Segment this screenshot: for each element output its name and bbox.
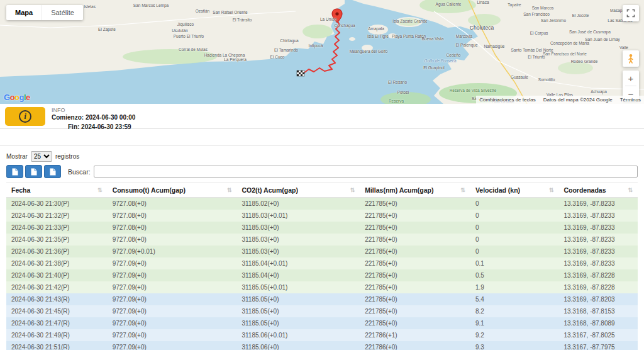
- column-header-label: Consumo(t) Acum(gap): [113, 186, 186, 194]
- cell-co2: 31185.06(+0): [236, 341, 360, 350]
- cell-co2: 31185.05(+0): [236, 317, 360, 329]
- cell-coordenadas[interactable]: 13.3168, -87.8089: [558, 317, 638, 329]
- map-type-control: Mapa Satélite: [6, 5, 83, 20]
- export-pdf-button[interactable]: [44, 165, 61, 178]
- sort-icon[interactable]: ⇅: [97, 187, 103, 193]
- cell-consumo: 9727.09(+0): [108, 305, 237, 317]
- cell-velocidad: 0.1: [470, 257, 559, 269]
- table-row[interactable]: 2024-06-30 21:30(P)9727.08(+0)31185.02(+…: [6, 198, 638, 210]
- column-header[interactable]: Consumo(t) Acum(gap)⇅: [108, 183, 237, 198]
- map-attribution: Combinaciones de teclas Datos del mapa ©…: [476, 96, 644, 104]
- cell-velocidad: 0: [470, 198, 559, 210]
- cell-fecha: 2024-06-30 21:51(R): [6, 341, 108, 350]
- fullscreen-icon: [626, 8, 636, 18]
- cell-velocidad: 0: [470, 222, 559, 234]
- cell-fecha: 2024-06-30 21:49(R): [6, 329, 108, 341]
- table-row[interactable]: 2024-06-30 21:42(P)9727.09(+0)31185.05(+…: [6, 281, 638, 293]
- cell-consumo: 9727.09(+0): [108, 269, 237, 281]
- column-header[interactable]: Millas(nm) Acum(gap)⇅: [360, 183, 470, 198]
- keyboard-shortcuts-link[interactable]: Combinaciones de teclas: [479, 97, 535, 103]
- cell-coordenadas[interactable]: 13.3169, -87.8233: [558, 246, 638, 257]
- sort-icon[interactable]: ⇅: [350, 187, 355, 193]
- info-end: Fin: 2024-06-30 23:59: [68, 123, 135, 132]
- cell-consumo: 9727.08(+0): [108, 234, 237, 246]
- table-row[interactable]: 2024-06-30 21:32(P)9727.08(+0)31185.03(+…: [6, 210, 638, 222]
- map[interactable]: San José Las IsletasPlaya El PimentalSan…: [0, 0, 644, 104]
- terms-link[interactable]: Términos: [620, 97, 641, 103]
- cell-co2: 31185.02(+0): [236, 198, 360, 210]
- zoom-in-button[interactable]: +: [623, 71, 639, 86]
- export-csv-button[interactable]: [6, 165, 23, 178]
- cell-consumo: 9727.09(+0): [108, 257, 237, 269]
- cell-fecha: 2024-06-30 21:45(R): [6, 305, 108, 317]
- sort-icon[interactable]: ⇅: [628, 187, 633, 193]
- sort-icon[interactable]: ⇅: [460, 187, 465, 193]
- table-row[interactable]: 2024-06-30 21:36(P)9727.09(+0.01)31185.0…: [6, 246, 638, 257]
- table-row[interactable]: 2024-06-30 21:47(R)9727.09(+0)31185.05(+…: [6, 317, 638, 329]
- map-tab[interactable]: Mapa: [6, 5, 42, 20]
- search-input[interactable]: [94, 166, 638, 178]
- table-section: Mostrar 25 registros Buscar:: [0, 145, 644, 350]
- column-header[interactable]: Fecha⇅: [6, 183, 108, 198]
- column-header[interactable]: Coordenadas⇅: [558, 183, 638, 198]
- cell-fecha: 2024-06-30 21:33(P): [6, 222, 108, 234]
- cell-millas: 221785(+0): [360, 246, 470, 257]
- buscar-label: Buscar:: [68, 168, 91, 176]
- cell-velocidad: 0: [470, 210, 559, 222]
- google-logo-letter: e: [26, 93, 30, 102]
- cell-coordenadas[interactable]: 13.3169, -87.8233: [558, 198, 638, 210]
- satellite-tab[interactable]: Satélite: [42, 5, 83, 20]
- route-end-marker[interactable]: [297, 71, 304, 76]
- mostrar-label: Mostrar: [6, 153, 28, 160]
- cell-co2: 31185.03(+0.01): [236, 210, 360, 222]
- cell-consumo: 9727.09(+0): [108, 341, 237, 350]
- table-header-row: Fecha⇅Consumo(t) Acum(gap)⇅CO2(t) Acum(g…: [6, 183, 638, 198]
- cell-coordenadas[interactable]: 13.3169, -87.8228: [558, 269, 638, 281]
- cell-coordenadas[interactable]: 13.3169, -87.8203: [558, 293, 638, 305]
- pegman-icon: [625, 52, 636, 65]
- sort-icon[interactable]: ⇅: [227, 187, 232, 193]
- page-size-select[interactable]: 25: [31, 151, 52, 162]
- cell-millas: 221785(+0): [360, 293, 470, 305]
- cell-coordenadas[interactable]: 13.3169, -87.8233: [558, 257, 638, 269]
- sort-icon[interactable]: ⇅: [549, 187, 554, 193]
- cell-coordenadas[interactable]: 13.3169, -87.8233: [558, 234, 638, 246]
- fullscreen-button[interactable]: [623, 5, 639, 21]
- cell-coordenadas[interactable]: 13.3169, -87.8228: [558, 281, 638, 293]
- cell-millas: 221785(+0): [360, 269, 470, 281]
- column-header[interactable]: Velocidad (kn)⇅: [470, 183, 559, 198]
- cell-coordenadas[interactable]: 13.3169, -87.8233: [558, 222, 638, 234]
- cell-co2: 31185.05(+0): [236, 293, 360, 305]
- info-badge: i: [5, 107, 45, 126]
- data-table: Fecha⇅Consumo(t) Acum(gap)⇅CO2(t) Acum(g…: [6, 183, 638, 350]
- export-excel-button[interactable]: [25, 165, 42, 178]
- table-row[interactable]: 2024-06-30 21:45(R)9727.09(+0)31185.05(+…: [6, 305, 638, 317]
- cell-consumo: 9727.09(+0): [108, 293, 237, 305]
- column-header[interactable]: CO2(t) Acum(gap)⇅: [236, 183, 360, 198]
- cell-consumo: 9727.08(+0): [108, 198, 237, 210]
- google-logo-letter: o: [10, 93, 14, 102]
- cell-coordenadas[interactable]: 13.3167, -87.8025: [558, 329, 638, 341]
- table-row[interactable]: 2024-06-30 21:33(P)9727.08(+0)31185.03(+…: [6, 222, 638, 234]
- cell-millas: 221785(+0): [360, 222, 470, 234]
- table-row[interactable]: 2024-06-30 21:43(R)9727.09(+0)31185.05(+…: [6, 293, 638, 305]
- pegman-button[interactable]: [623, 50, 639, 67]
- page-length-control: Mostrar 25 registros: [6, 151, 638, 162]
- table-row[interactable]: 2024-06-30 21:35(P)9727.08(+0)31185.03(+…: [6, 234, 638, 246]
- cell-coordenadas[interactable]: 13.3167, -87.7975: [558, 341, 638, 350]
- table-row[interactable]: 2024-06-30 21:40(P)9727.09(+0)31185.04(+…: [6, 269, 638, 281]
- table-row[interactable]: 2024-06-30 21:38(P)9727.09(+0)31185.04(+…: [6, 257, 638, 269]
- cell-consumo: 9727.09(+0): [108, 281, 237, 293]
- info-start: Comienzo: 2024-06-30 00:00: [52, 113, 135, 123]
- cell-coordenadas[interactable]: 13.3169, -87.8233: [558, 210, 638, 222]
- map-canvas[interactable]: [0, 0, 644, 104]
- table-row[interactable]: 2024-06-30 21:49(R)9727.09(+0)31185.06(+…: [6, 329, 638, 341]
- cell-consumo: 9727.09(+0): [108, 329, 237, 341]
- table-row[interactable]: 2024-06-30 21:51(R)9727.09(+0)31185.06(+…: [6, 341, 638, 350]
- cell-coordenadas[interactable]: 13.3168, -87.8153: [558, 305, 638, 317]
- column-header-label: CO2(t) Acum(gap): [242, 186, 297, 194]
- cell-co2: 31185.03(+0): [236, 222, 360, 234]
- cell-millas: 221785(+0): [360, 305, 470, 317]
- cell-millas: 221785(+0): [360, 210, 470, 222]
- info-text: INFO Comienzo: 2024-06-30 00:00 Fin: 202…: [52, 107, 135, 132]
